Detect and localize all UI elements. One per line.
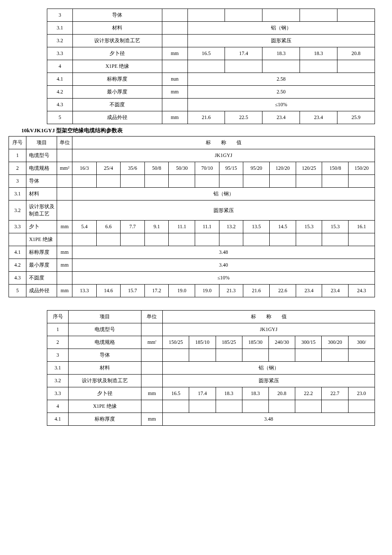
cell-value: 13.2 [219, 221, 243, 233]
cell-value [268, 349, 295, 362]
cell-value-span: JK1GYJ [72, 149, 375, 162]
cell-item: 材料 [26, 188, 57, 200]
cell-unit [141, 400, 162, 413]
cell-value: 18.3 [262, 47, 300, 60]
cell-value: 21.6 [243, 285, 270, 297]
cell-value: 23.0 [348, 387, 375, 400]
cell-value: 22.5 [225, 111, 262, 124]
cell-value [242, 349, 268, 362]
cell-value: 22.7 [322, 387, 348, 400]
cell-no: 4.3 [47, 99, 73, 111]
cell-value [295, 400, 322, 413]
table-row: 3导体 [47, 349, 375, 362]
cell-value [337, 9, 375, 22]
cell-value [216, 349, 242, 362]
cell-no: 4 [47, 400, 69, 413]
table-row: 3.2设计形状及制造工艺圆形紧压 [9, 200, 375, 221]
cell-value: 18.3 [300, 47, 337, 60]
cell-unit: mm' [141, 336, 162, 349]
cell-item: 电缆规格 [26, 162, 57, 175]
cell-unit [57, 188, 72, 200]
cell-value [270, 233, 296, 246]
cell-unit [57, 200, 72, 221]
table-row: 3导体 [9, 175, 375, 188]
table2-caption: 10kVJK1GYJ 型架空绝缘电缆结构参数表 [4, 126, 388, 136]
cell-value: 25.9 [337, 111, 375, 124]
cell-no: 3.3 [9, 221, 26, 233]
cell-value-span: ≤10% [72, 272, 375, 285]
cell-value: 185/30 [242, 336, 268, 349]
cell-unit: mm [162, 111, 187, 124]
cell-value: 150/25 [163, 336, 189, 349]
cell-value [187, 60, 225, 73]
cell-value: 24.3 [349, 285, 375, 297]
cell-value [349, 233, 375, 246]
table-row: 1电缆型号JK1GYJ [47, 323, 375, 336]
cell-value [225, 60, 262, 73]
cell-unit [57, 149, 72, 162]
cell-unit: nun [162, 73, 187, 86]
cell-no: 1 [9, 149, 26, 162]
cell-value [96, 175, 121, 188]
cell-unit [162, 9, 187, 22]
cell-value: 14.6 [96, 285, 121, 297]
cell-item: 夕卜径 [69, 387, 141, 400]
cell-no [9, 233, 26, 246]
cell-value: 5.4 [72, 221, 97, 233]
cell-unit: mm [57, 285, 72, 297]
table-row: 3.3夕卜径mm16.517.418.318.320.8 [47, 47, 375, 60]
cell-item: 最小厚度 [72, 86, 162, 99]
cell-unit [57, 272, 72, 285]
cell-value-span: 圆形紧压 [187, 35, 375, 47]
cell-no: 3.2 [47, 35, 73, 47]
cell-item: 不圆度 [72, 99, 162, 111]
cell-value [72, 175, 97, 188]
cell-item: 设计形状及制造工艺 [26, 200, 57, 221]
cell-value [300, 60, 337, 73]
cell-unit: mm [141, 387, 162, 400]
cell-value: 50/8 [144, 162, 169, 175]
cell-value: 15.3 [322, 221, 349, 233]
cell-value: 17.4 [225, 47, 262, 60]
cell-value [243, 233, 270, 246]
table-row: 4.3不圆度≤10% [47, 99, 375, 111]
cell-unit: mm [162, 86, 187, 99]
col-values: 标 称 值 [163, 311, 375, 323]
col-no: 序号 [9, 137, 26, 149]
cell-no: 4.3 [9, 272, 26, 285]
cell-value: 21.3 [219, 285, 243, 297]
cell-item: 设计形状及制造工艺 [69, 375, 141, 387]
table-row: 4.2最小厚度mm3.40 [9, 259, 375, 272]
cell-value: 300/15 [295, 336, 322, 349]
cell-value: 19.0 [169, 285, 195, 297]
cell-value [144, 233, 169, 246]
cell-no: 4.1 [47, 73, 73, 86]
cell-no: 4.2 [47, 86, 73, 99]
cell-unit: mm [57, 221, 72, 233]
cell-no: 3 [47, 9, 73, 22]
cell-value [349, 175, 375, 188]
table-row: 3.3夕卜mm5.46.67.79.111.111.113.213.514.51… [9, 221, 375, 233]
cell-no: 3.2 [47, 375, 69, 387]
cell-item: 电缆规格 [69, 336, 141, 349]
table-row: 5成品外径mm21.622.523.423.425.9 [47, 111, 375, 124]
cell-item: 不圆度 [26, 272, 57, 285]
cell-value: 150/20 [349, 162, 375, 175]
table-row: 3.2设计形状及制造工艺圆形紧压 [47, 375, 375, 387]
cell-item: X1PE 绝缘 [72, 60, 162, 73]
cell-value: 13.3 [72, 285, 97, 297]
cell-unit [141, 349, 162, 362]
cell-item: 成品外径 [26, 285, 57, 297]
cell-value: 15.7 [121, 285, 145, 297]
cell-value: 22.6 [270, 285, 296, 297]
cell-value: 19.0 [195, 285, 219, 297]
cell-unit [141, 362, 162, 375]
cell-no: 5 [9, 285, 26, 297]
cell-no: 1 [47, 323, 69, 336]
cell-value [262, 60, 300, 73]
table-row: 2电缆规格mm'150/25185/10185/25185/30240/3030… [47, 336, 375, 349]
cell-value [268, 400, 295, 413]
table-row: 3.3夕卜径mm16.517.418.318.320.822.222.723.0 [47, 387, 375, 400]
cell-value: 16.5 [163, 387, 189, 400]
cell-value: 23.4 [322, 285, 349, 297]
